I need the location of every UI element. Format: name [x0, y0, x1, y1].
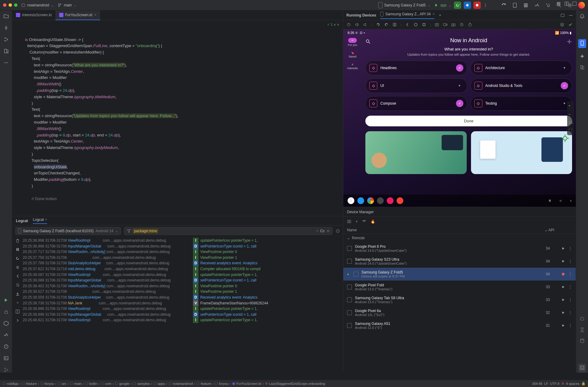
editor-tab-foryou[interactable]: ForYouScreen.kt×: [55, 10, 100, 20]
topic-testing[interactable]: ◇Testing+: [470, 96, 572, 111]
sdk-icon[interactable]: [523, 2, 529, 8]
rotate-left-icon[interactable]: [376, 22, 380, 27]
debug-button[interactable]: [464, 2, 471, 9]
line-separator[interactable]: LF: [544, 382, 548, 385]
export-icon[interactable]: [15, 292, 20, 296]
project-selector[interactable]: nowinandroid⌄: [21, 3, 54, 7]
zoom-in-icon[interactable]: +: [568, 104, 573, 108]
logcat-tab[interactable]: Logcat ×: [33, 218, 47, 224]
minimize-window[interactable]: [9, 3, 12, 7]
topic-headlines[interactable]: ◇Headlines✓: [365, 61, 467, 75]
code-editor[interactable]: ✓ 1 ∧ ∨ is OnboardingUiState.Shown -> { …: [12, 20, 343, 216]
breadcrumb[interactable]: ▢ roidApp›▢ feature›▢ foryou›▢ src›▢ mai…: [2, 381, 325, 385]
device-manager-tool-icon[interactable]: [579, 65, 585, 70]
app-inspector-icon[interactable]: [545, 2, 551, 8]
close-tab-icon[interactable]: ×: [94, 13, 96, 17]
star-icon[interactable]: ☆: [326, 229, 330, 233]
project-icon[interactable]: [3, 13, 9, 19]
settings-small-icon[interactable]: [15, 300, 20, 305]
database-icon[interactable]: [579, 338, 585, 344]
device-row[interactable]: Google Pixel 8 ProAndroid 14.0 ("UpsideD…: [343, 242, 576, 255]
home-icon[interactable]: [413, 22, 418, 27]
profiler-tool-icon[interactable]: [3, 332, 9, 338]
device-row[interactable]: Samsung Galaxy A51Android 12.0 ("S")31⋮: [343, 319, 576, 332]
emu-search-icon[interactable]: [365, 39, 371, 44]
nav-foryou[interactable]: ✦For you: [346, 36, 359, 48]
case-toggle[interactable]: Cc: [320, 229, 325, 233]
list-view-icon[interactable]: [556, 1, 561, 6]
refresh-button[interactable]: [454, 2, 461, 9]
bookmarks-icon[interactable]: [3, 48, 9, 54]
design-view-icon[interactable]: [572, 1, 577, 6]
wifi-icon[interactable]: [362, 219, 366, 224]
structure-icon[interactable]: [3, 37, 9, 42]
split-view-icon[interactable]: [564, 1, 569, 6]
resource-manager-icon[interactable]: [579, 316, 585, 322]
indent[interactable]: 4 spaces: [566, 382, 579, 385]
scroll-end-icon[interactable]: [15, 265, 20, 270]
minimize-icon[interactable]: —: [569, 13, 573, 17]
emu-settings-icon[interactable]: [567, 39, 572, 44]
inspection-status[interactable]: ✓ 1 ∧ ∨: [327, 22, 339, 28]
clear-icon[interactable]: ×: [316, 229, 318, 233]
screenshot-icon[interactable]: [435, 22, 439, 27]
logcat-filter-input[interactable]: package:mine × Cc ☆: [124, 227, 333, 235]
android-icon[interactable]: [3, 309, 9, 314]
vcs-icon[interactable]: [3, 367, 9, 373]
fold-icon[interactable]: [392, 22, 397, 27]
firebase-icon[interactable]: 🔥: [371, 219, 375, 224]
add-device-icon[interactable]: +: [356, 219, 358, 224]
snapshot-icon[interactable]: [459, 22, 464, 27]
zoom-out-icon[interactable]: −: [568, 112, 573, 117]
back-icon[interactable]: [405, 22, 410, 27]
device-selector[interactable]: Samsung Galaxy Z Fold5⌄: [378, 2, 431, 8]
pair-icon[interactable]: [347, 219, 351, 224]
topic-compose[interactable]: ◇Compose✓: [365, 96, 467, 111]
trash-icon[interactable]: [15, 238, 20, 243]
running-devices-tool-icon[interactable]: [578, 39, 586, 48]
camera-icon[interactable]: [451, 22, 456, 27]
nav-saved[interactable]: 🔖Saved: [347, 50, 358, 60]
topic-architecture[interactable]: ◇Architecture+: [470, 61, 572, 75]
add-device-icon[interactable]: +: [439, 13, 441, 17]
device-row[interactable]: Google Pixel FoldAndroid 13.0 ("Tiramisu…: [343, 281, 576, 293]
check-icon[interactable]: [568, 22, 573, 27]
terminal-icon[interactable]: [3, 355, 9, 361]
power-icon[interactable]: [346, 22, 351, 27]
timer-icon[interactable]: [468, 22, 472, 27]
hourglass-icon[interactable]: [579, 327, 585, 333]
maximize-window[interactable]: [14, 3, 17, 7]
device-row[interactable]: Samsung Galaxy S23 UltraAndroid 14.0 ("U…: [343, 255, 576, 268]
pause-icon[interactable]: [15, 247, 20, 252]
gemini-icon[interactable]: [579, 54, 585, 59]
build-icon[interactable]: [3, 321, 9, 326]
device-tab[interactable]: Samsung Galaxy Z...API 34 ×: [380, 12, 435, 19]
run-tool-icon[interactable]: [3, 297, 9, 303]
encoding[interactable]: UTF-8: [550, 382, 560, 385]
more-icon[interactable]: [3, 60, 9, 65]
close-window[interactable]: [3, 3, 6, 7]
restart-icon[interactable]: [15, 256, 20, 261]
more-actions-icon[interactable]: [483, 3, 488, 7]
stop-button[interactable]: [473, 2, 481, 9]
rotate-right-icon[interactable]: [384, 22, 389, 27]
wrap-icon[interactable]: [15, 283, 20, 287]
commit-icon[interactable]: [3, 25, 9, 31]
profiler-icon[interactable]: [534, 2, 540, 8]
overview-icon[interactable]: [422, 22, 426, 27]
topic-android-studio-&-tools[interactable]: ◇Android Studio & Tools✓: [470, 78, 572, 93]
run-config-selector[interactable]: app⌄: [434, 3, 451, 7]
zoom-fit-icon[interactable]: 1:1: [568, 121, 573, 124]
feed-card-1[interactable]: [365, 131, 467, 174]
sys-recent-icon[interactable]: ≡: [549, 199, 551, 203]
remote-group[interactable]: ⌄Remote: [343, 234, 576, 242]
layout-inspector-icon[interactable]: [578, 364, 586, 373]
caret-position[interactable]: 304:49: [532, 382, 542, 385]
zoom-reset-icon[interactable]: ⛶: [568, 128, 573, 133]
logcat-output[interactable]: 20:25:36.998 31708-31708 ViewRootImpl co…: [23, 236, 343, 373]
split-icon[interactable]: [15, 309, 20, 314]
sys-home-icon[interactable]: ○: [560, 199, 562, 203]
window-icon[interactable]: [560, 13, 565, 17]
prev-icon[interactable]: [15, 274, 20, 278]
expand-icon[interactable]: [15, 318, 20, 323]
